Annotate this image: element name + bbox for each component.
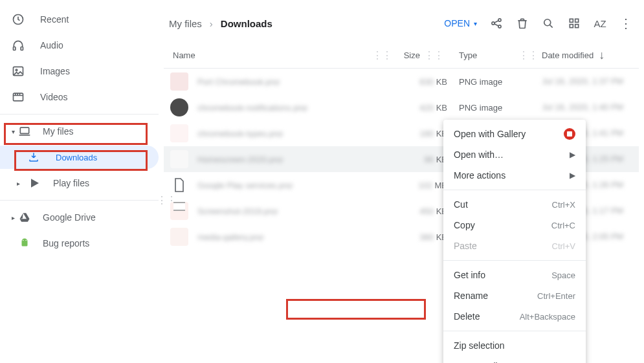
ctx-more-actions[interactable]: More actions ▶ <box>443 165 586 186</box>
drag-handle-icon[interactable]: ⋮⋮ <box>368 49 395 61</box>
open-button[interactable]: OPEN ▾ <box>438 12 483 35</box>
separator <box>443 331 586 331</box>
chevron-down-icon: ▾ <box>12 128 17 135</box>
table-row[interactable]: Port Chromebook.png 630 KB PNG image Jul… <box>164 69 639 94</box>
sidebar-item-label: Downloads <box>56 153 97 162</box>
shortcut: Ctrl+Enter <box>537 291 575 301</box>
gdrive-icon <box>18 211 31 224</box>
delete-button[interactable] <box>509 10 535 36</box>
sidebar-item-label: Recent <box>40 14 69 25</box>
sidebar-item-audio[interactable]: Audio <box>0 32 159 58</box>
ctx-cut[interactable]: CutCtrl+X <box>443 194 586 215</box>
sidebar-item-playfiles[interactable]: ▸ Play files <box>0 170 159 196</box>
sidebar-item-label: Bug reports <box>43 238 89 248</box>
trash-icon <box>516 17 529 30</box>
header-type[interactable]: Type <box>459 50 477 60</box>
video-icon <box>12 91 25 104</box>
ctx-zip[interactable]: Zip selection <box>443 335 586 356</box>
ctx-delete[interactable]: DeleteAlt+Backspace <box>443 306 586 327</box>
ctx-getinfo[interactable]: Get infoSpace <box>443 265 586 285</box>
shortcut: Ctrl+V <box>552 241 575 251</box>
file-name: chromebook-notifications.png <box>197 103 307 112</box>
shortcut: Ctrl+C <box>551 221 575 230</box>
ctx-open-with[interactable]: Open with… ▶ <box>443 144 586 165</box>
sort-az-icon: AZ <box>594 18 606 29</box>
search-button[interactable] <box>535 10 561 36</box>
chevron-right-icon: ▶ <box>570 171 575 180</box>
file-size: 96 <box>425 155 434 164</box>
separator <box>0 114 159 115</box>
ctx-label: Copy <box>454 220 475 230</box>
file-name: Screenshot-2019.png <box>197 206 278 215</box>
sidebar-item-bugreports[interactable]: Bug reports <box>0 230 159 256</box>
svg-point-12 <box>544 19 551 26</box>
sidebar-item-myfiles[interactable]: ▾ My files <box>0 118 159 144</box>
sidebar-item-images[interactable]: Images <box>0 58 159 84</box>
file-size: 180 <box>419 129 434 138</box>
sidebar-item-recent[interactable]: Recent <box>0 6 159 32</box>
file-name: Google Play services.png <box>197 181 293 190</box>
android-icon <box>18 237 31 250</box>
gallery-icon <box>564 128 575 140</box>
breadcrumb-item[interactable]: My files <box>169 18 202 29</box>
file-size: 450 <box>419 206 434 215</box>
file-date: Jul 16, 2020, 1:37 PM <box>542 76 623 85</box>
ctx-copy[interactable]: CopyCtrl+C <box>443 215 586 236</box>
download-icon <box>27 151 40 164</box>
sidebar-item-downloads[interactable]: Downloads <box>0 146 159 169</box>
size-unit: KB <box>436 103 447 113</box>
separator <box>0 200 159 201</box>
sidebar: Recent Audio Images Videos ▾ My files Do… <box>0 0 159 363</box>
file-thumb-icon <box>170 228 188 246</box>
sidebar-item-videos[interactable]: Videos <box>0 84 159 110</box>
drag-handle-icon[interactable]: ⋮⋮ <box>420 49 447 61</box>
svg-rect-13 <box>570 19 573 22</box>
svg-rect-6 <box>20 127 28 133</box>
chevron-down-icon: ▾ <box>474 20 477 27</box>
recent-icon <box>12 13 25 26</box>
ctx-open-gallery[interactable]: Open with Gallery <box>443 124 586 144</box>
svg-rect-15 <box>570 25 573 28</box>
search-icon <box>542 17 555 30</box>
file-thumb-icon <box>170 202 188 220</box>
file-thumb-icon <box>170 98 188 116</box>
header-date[interactable]: Date modified <box>542 50 594 60</box>
file-thumb-icon <box>170 150 188 168</box>
play-icon <box>28 177 41 190</box>
header-name[interactable]: Name <box>173 50 195 60</box>
share-button[interactable] <box>483 10 509 36</box>
shortcut: Space <box>551 270 575 280</box>
ctx-label: Paste <box>454 241 477 251</box>
chevron-right-icon: › <box>210 18 213 29</box>
sidebar-item-label: Play files <box>53 178 89 188</box>
ctx-label: More actions <box>454 170 505 181</box>
more-button[interactable]: ⋮ <box>613 10 639 36</box>
file-date: Jul 16, 2020, 1:40 PM <box>542 102 623 111</box>
sidebar-item-gdrive[interactable]: ▸ Google Drive <box>0 204 159 230</box>
file-size: 420 <box>419 103 434 112</box>
file-thumb-icon <box>170 72 188 91</box>
header-size[interactable]: Size <box>404 50 420 60</box>
shortcut: Alt+Backspace <box>520 312 575 322</box>
view-button[interactable] <box>561 10 587 36</box>
file-size: 630 <box>419 77 434 86</box>
file-type: PNG image <box>459 77 502 87</box>
size-unit: KB <box>436 77 447 87</box>
file-name: Homescreen-2020.png <box>197 155 283 164</box>
main-panel: My files › Downloads OPEN ▾ AZ ⋮ Name⋮⋮ … <box>159 0 644 363</box>
chevron-right-icon: ▸ <box>17 180 22 187</box>
ctx-label: Open with… <box>454 149 504 160</box>
table-row[interactable]: chromebook-notifications.png 420 KB PNG … <box>164 94 639 120</box>
breadcrumb-current: Downloads <box>221 18 272 29</box>
ctx-rename[interactable]: RenameCtrl+Enter <box>443 285 586 306</box>
file-name: media-gallery.png <box>197 232 263 241</box>
top-bar: My files › Downloads OPEN ▾ AZ ⋮ <box>164 8 639 39</box>
context-menu: Open with Gallery Open with… ▶ More acti… <box>443 120 586 363</box>
ctx-wallpaper[interactable]: Set as wallpaper <box>443 356 586 363</box>
svg-point-8 <box>26 240 27 241</box>
svg-rect-14 <box>575 19 579 22</box>
sidebar-item-label: Google Drive <box>43 212 96 223</box>
sort-button[interactable]: AZ <box>587 10 613 36</box>
sidebar-item-label: Images <box>40 66 70 76</box>
drag-handle-icon[interactable]: ⋮⋮ <box>515 49 542 61</box>
